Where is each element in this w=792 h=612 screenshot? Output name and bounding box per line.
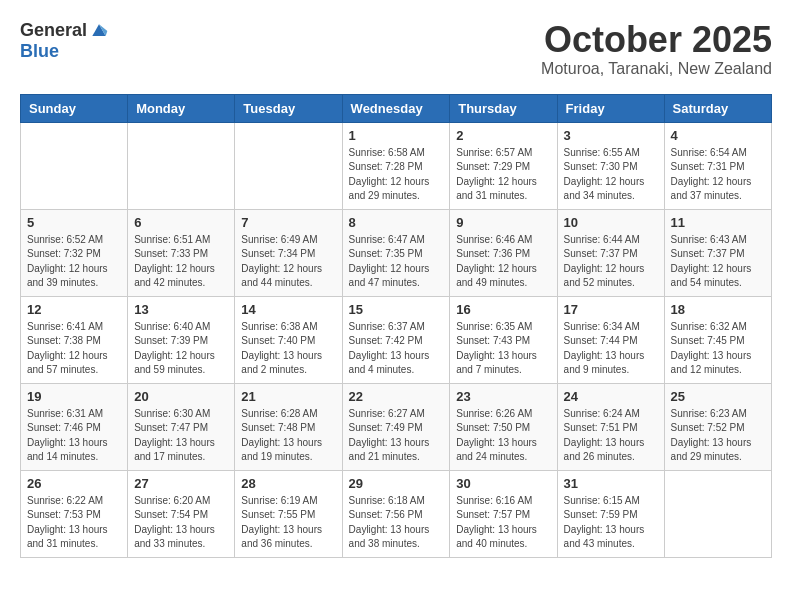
- calendar-cell: 21Sunrise: 6:28 AM Sunset: 7:48 PM Dayli…: [235, 383, 342, 470]
- day-info: Sunrise: 6:49 AM Sunset: 7:34 PM Dayligh…: [241, 233, 335, 291]
- calendar-cell: 22Sunrise: 6:27 AM Sunset: 7:49 PM Dayli…: [342, 383, 450, 470]
- day-number: 10: [564, 215, 658, 230]
- calendar-header-row: SundayMondayTuesdayWednesdayThursdayFrid…: [21, 94, 772, 122]
- calendar-cell: [235, 122, 342, 209]
- day-info: Sunrise: 6:18 AM Sunset: 7:56 PM Dayligh…: [349, 494, 444, 552]
- calendar-cell: 30Sunrise: 6:16 AM Sunset: 7:57 PM Dayli…: [450, 470, 557, 557]
- day-number: 26: [27, 476, 121, 491]
- calendar-cell: 28Sunrise: 6:19 AM Sunset: 7:55 PM Dayli…: [235, 470, 342, 557]
- calendar-cell: 15Sunrise: 6:37 AM Sunset: 7:42 PM Dayli…: [342, 296, 450, 383]
- day-info: Sunrise: 6:51 AM Sunset: 7:33 PM Dayligh…: [134, 233, 228, 291]
- calendar-cell: 25Sunrise: 6:23 AM Sunset: 7:52 PM Dayli…: [664, 383, 771, 470]
- day-info: Sunrise: 6:32 AM Sunset: 7:45 PM Dayligh…: [671, 320, 765, 378]
- calendar-cell: 14Sunrise: 6:38 AM Sunset: 7:40 PM Dayli…: [235, 296, 342, 383]
- calendar-cell: 8Sunrise: 6:47 AM Sunset: 7:35 PM Daylig…: [342, 209, 450, 296]
- calendar-cell: 29Sunrise: 6:18 AM Sunset: 7:56 PM Dayli…: [342, 470, 450, 557]
- calendar-cell: 10Sunrise: 6:44 AM Sunset: 7:37 PM Dayli…: [557, 209, 664, 296]
- day-number: 20: [134, 389, 228, 404]
- day-number: 25: [671, 389, 765, 404]
- page-header: General Blue October 2025 Moturoa, Taran…: [20, 20, 772, 78]
- day-info: Sunrise: 6:15 AM Sunset: 7:59 PM Dayligh…: [564, 494, 658, 552]
- calendar-cell: 16Sunrise: 6:35 AM Sunset: 7:43 PM Dayli…: [450, 296, 557, 383]
- day-header-monday: Monday: [128, 94, 235, 122]
- day-info: Sunrise: 6:16 AM Sunset: 7:57 PM Dayligh…: [456, 494, 550, 552]
- calendar-cell: 26Sunrise: 6:22 AM Sunset: 7:53 PM Dayli…: [21, 470, 128, 557]
- calendar-cell: 9Sunrise: 6:46 AM Sunset: 7:36 PM Daylig…: [450, 209, 557, 296]
- day-info: Sunrise: 6:46 AM Sunset: 7:36 PM Dayligh…: [456, 233, 550, 291]
- calendar-cell: 13Sunrise: 6:40 AM Sunset: 7:39 PM Dayli…: [128, 296, 235, 383]
- logo: General Blue: [20, 20, 109, 62]
- calendar-cell: 31Sunrise: 6:15 AM Sunset: 7:59 PM Dayli…: [557, 470, 664, 557]
- day-number: 27: [134, 476, 228, 491]
- day-info: Sunrise: 6:35 AM Sunset: 7:43 PM Dayligh…: [456, 320, 550, 378]
- day-info: Sunrise: 6:23 AM Sunset: 7:52 PM Dayligh…: [671, 407, 765, 465]
- calendar-cell: 4Sunrise: 6:54 AM Sunset: 7:31 PM Daylig…: [664, 122, 771, 209]
- calendar-cell: 2Sunrise: 6:57 AM Sunset: 7:29 PM Daylig…: [450, 122, 557, 209]
- day-info: Sunrise: 6:43 AM Sunset: 7:37 PM Dayligh…: [671, 233, 765, 291]
- day-number: 12: [27, 302, 121, 317]
- day-info: Sunrise: 6:58 AM Sunset: 7:28 PM Dayligh…: [349, 146, 444, 204]
- day-number: 5: [27, 215, 121, 230]
- calendar-cell: [664, 470, 771, 557]
- day-number: 28: [241, 476, 335, 491]
- day-number: 22: [349, 389, 444, 404]
- calendar-cell: 17Sunrise: 6:34 AM Sunset: 7:44 PM Dayli…: [557, 296, 664, 383]
- calendar-cell: 11Sunrise: 6:43 AM Sunset: 7:37 PM Dayli…: [664, 209, 771, 296]
- calendar-cell: 18Sunrise: 6:32 AM Sunset: 7:45 PM Dayli…: [664, 296, 771, 383]
- day-number: 24: [564, 389, 658, 404]
- calendar-cell: 7Sunrise: 6:49 AM Sunset: 7:34 PM Daylig…: [235, 209, 342, 296]
- calendar-week-row: 19Sunrise: 6:31 AM Sunset: 7:46 PM Dayli…: [21, 383, 772, 470]
- day-number: 2: [456, 128, 550, 143]
- day-number: 15: [349, 302, 444, 317]
- day-header-tuesday: Tuesday: [235, 94, 342, 122]
- day-info: Sunrise: 6:44 AM Sunset: 7:37 PM Dayligh…: [564, 233, 658, 291]
- day-number: 29: [349, 476, 444, 491]
- day-info: Sunrise: 6:55 AM Sunset: 7:30 PM Dayligh…: [564, 146, 658, 204]
- calendar-cell: 19Sunrise: 6:31 AM Sunset: 7:46 PM Dayli…: [21, 383, 128, 470]
- day-number: 14: [241, 302, 335, 317]
- calendar-cell: 23Sunrise: 6:26 AM Sunset: 7:50 PM Dayli…: [450, 383, 557, 470]
- location: Moturoa, Taranaki, New Zealand: [541, 60, 772, 78]
- month-title: October 2025: [541, 20, 772, 60]
- calendar-week-row: 12Sunrise: 6:41 AM Sunset: 7:38 PM Dayli…: [21, 296, 772, 383]
- day-number: 9: [456, 215, 550, 230]
- day-info: Sunrise: 6:54 AM Sunset: 7:31 PM Dayligh…: [671, 146, 765, 204]
- day-info: Sunrise: 6:28 AM Sunset: 7:48 PM Dayligh…: [241, 407, 335, 465]
- day-number: 16: [456, 302, 550, 317]
- day-info: Sunrise: 6:38 AM Sunset: 7:40 PM Dayligh…: [241, 320, 335, 378]
- day-number: 30: [456, 476, 550, 491]
- day-header-thursday: Thursday: [450, 94, 557, 122]
- day-number: 4: [671, 128, 765, 143]
- calendar-cell: 20Sunrise: 6:30 AM Sunset: 7:47 PM Dayli…: [128, 383, 235, 470]
- day-info: Sunrise: 6:40 AM Sunset: 7:39 PM Dayligh…: [134, 320, 228, 378]
- day-header-wednesday: Wednesday: [342, 94, 450, 122]
- calendar-cell: 27Sunrise: 6:20 AM Sunset: 7:54 PM Dayli…: [128, 470, 235, 557]
- day-number: 7: [241, 215, 335, 230]
- calendar-week-row: 1Sunrise: 6:58 AM Sunset: 7:28 PM Daylig…: [21, 122, 772, 209]
- day-number: 18: [671, 302, 765, 317]
- day-number: 1: [349, 128, 444, 143]
- calendar-week-row: 5Sunrise: 6:52 AM Sunset: 7:32 PM Daylig…: [21, 209, 772, 296]
- day-info: Sunrise: 6:31 AM Sunset: 7:46 PM Dayligh…: [27, 407, 121, 465]
- day-info: Sunrise: 6:57 AM Sunset: 7:29 PM Dayligh…: [456, 146, 550, 204]
- day-info: Sunrise: 6:30 AM Sunset: 7:47 PM Dayligh…: [134, 407, 228, 465]
- day-info: Sunrise: 6:19 AM Sunset: 7:55 PM Dayligh…: [241, 494, 335, 552]
- day-number: 31: [564, 476, 658, 491]
- calendar-cell: 24Sunrise: 6:24 AM Sunset: 7:51 PM Dayli…: [557, 383, 664, 470]
- day-info: Sunrise: 6:20 AM Sunset: 7:54 PM Dayligh…: [134, 494, 228, 552]
- day-info: Sunrise: 6:47 AM Sunset: 7:35 PM Dayligh…: [349, 233, 444, 291]
- calendar-cell: 1Sunrise: 6:58 AM Sunset: 7:28 PM Daylig…: [342, 122, 450, 209]
- calendar-cell: 3Sunrise: 6:55 AM Sunset: 7:30 PM Daylig…: [557, 122, 664, 209]
- day-number: 11: [671, 215, 765, 230]
- calendar-cell: 6Sunrise: 6:51 AM Sunset: 7:33 PM Daylig…: [128, 209, 235, 296]
- day-number: 8: [349, 215, 444, 230]
- logo-blue: Blue: [20, 41, 59, 61]
- day-header-sunday: Sunday: [21, 94, 128, 122]
- day-info: Sunrise: 6:24 AM Sunset: 7:51 PM Dayligh…: [564, 407, 658, 465]
- day-info: Sunrise: 6:26 AM Sunset: 7:50 PM Dayligh…: [456, 407, 550, 465]
- calendar-cell: [128, 122, 235, 209]
- day-header-friday: Friday: [557, 94, 664, 122]
- title-area: October 2025 Moturoa, Taranaki, New Zeal…: [541, 20, 772, 78]
- day-number: 23: [456, 389, 550, 404]
- day-number: 17: [564, 302, 658, 317]
